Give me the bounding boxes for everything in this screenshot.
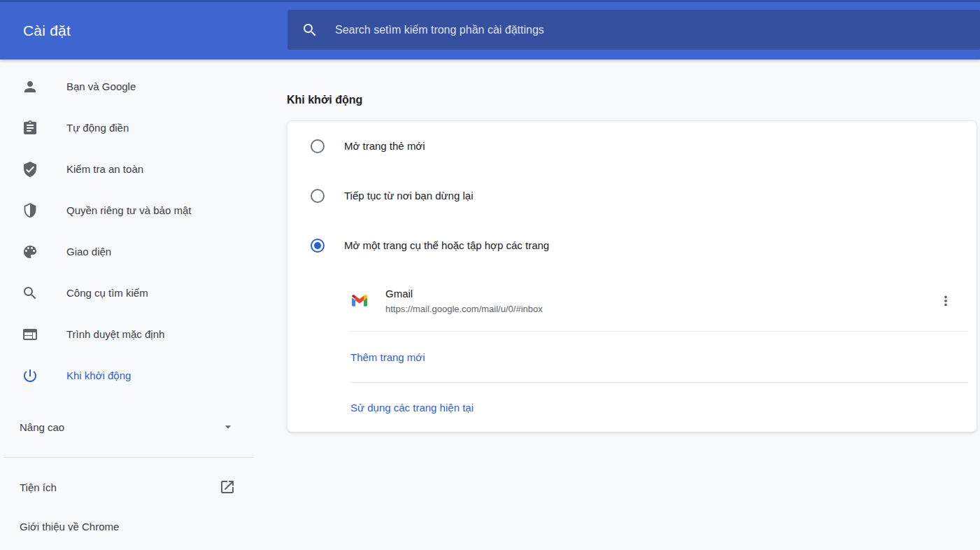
palette-icon: [22, 244, 38, 260]
power-icon: [22, 367, 38, 384]
add-new-page-link[interactable]: Thêm trang mới: [350, 351, 425, 363]
sidebar-item-safety-check[interactable]: Kiểm tra an toàn: [0, 148, 287, 190]
search-icon: [301, 22, 318, 38]
search-icon: [22, 285, 38, 302]
privacy-shield-icon: [22, 202, 38, 219]
settings-main: Khi khởi động Mở trang thẻ mới Tiếp tục …: [287, 59, 980, 550]
person-icon: [22, 78, 38, 95]
sidebar-divider: [3, 457, 254, 458]
on-startup-card: Mở trang thẻ mới Tiếp tục từ nơi bạn dừn…: [287, 120, 977, 432]
sidebar-item-autofill[interactable]: Tự động điền: [0, 107, 287, 148]
more-actions-button[interactable]: [935, 290, 957, 312]
sidebar-item-label: Công cụ tìm kiếm: [66, 287, 148, 299]
advanced-label: Nâng cao: [20, 421, 64, 433]
sidebar-item-about-chrome[interactable]: Giới thiệu về Chrome: [0, 507, 287, 546]
use-current-pages-link[interactable]: Sử dụng các trang hiện tại: [350, 402, 474, 414]
startup-page-info: Gmail https://mail.google.com/mail/u/0/#…: [385, 288, 543, 314]
radio-button[interactable]: [311, 189, 325, 203]
autofill-clipboard-icon: [22, 120, 38, 136]
radio-button-selected[interactable]: [311, 239, 325, 253]
radio-open-new-tab[interactable]: Mở trang thẻ mới: [287, 121, 977, 171]
settings-sidebar: Bạn và Google Tự động điền Kiểm tra an t…: [0, 59, 287, 550]
browser-window-icon: [22, 326, 38, 343]
radio-label: Mở trang thẻ mới: [344, 140, 425, 152]
about-label: Giới thiệu về Chrome: [20, 521, 119, 533]
extensions-label: Tiện ích: [20, 481, 57, 493]
sidebar-item-label: Bạn và Google: [66, 80, 136, 92]
startup-page-row: Gmail https://mail.google.com/mail/u/0/#…: [287, 270, 977, 331]
section-title: Khi khởi động: [287, 94, 980, 106]
startup-page-url: https://mail.google.com/mail/u/0/#inbox: [385, 304, 543, 314]
sidebar-item-default-browser[interactable]: Trình duyệt mặc định: [0, 313, 287, 355]
page-title: Cài đặt: [23, 22, 71, 39]
sidebar-item-privacy[interactable]: Quyền riêng tư và bảo mật: [0, 190, 287, 231]
radio-label: Mở một trang cụ thể hoặc tập hợp các tra…: [344, 239, 549, 251]
open-in-new-icon: [219, 479, 236, 495]
radio-button[interactable]: [311, 139, 325, 153]
radio-continue-where-left-off[interactable]: Tiếp tục từ nơi bạn dừng lại: [287, 171, 977, 220]
sidebar-item-search-engine[interactable]: Công cụ tìm kiếm: [0, 272, 287, 313]
sidebar-item-on-startup[interactable]: Khi khởi động: [0, 355, 287, 396]
use-current-pages-row: Sử dụng các trang hiện tại: [287, 383, 977, 432]
sidebar-item-label: Quyền riêng tư và bảo mật: [66, 204, 191, 216]
more-vert-icon: [938, 293, 953, 309]
startup-page-name: Gmail: [385, 288, 543, 299]
sidebar-item-label: Khi khởi động: [66, 369, 131, 381]
search-input[interactable]: [335, 10, 980, 50]
radio-label: Tiếp tục từ nơi bạn dừng lại: [344, 190, 473, 202]
sidebar-item-label: Kiểm tra an toàn: [66, 163, 143, 175]
gmail-icon: [352, 295, 367, 306]
sidebar-item-extensions[interactable]: Tiện ích: [0, 467, 287, 507]
settings-search-box[interactable]: [287, 10, 980, 50]
settings-header: Cài đặt: [0, 0, 980, 59]
sidebar-item-label: Giao diện: [66, 246, 111, 258]
add-page-row: Thêm trang mới: [287, 332, 977, 382]
sidebar-item-label: Trình duyệt mặc định: [66, 328, 164, 340]
chevron-down-icon: [221, 420, 235, 434]
radio-open-specific-pages[interactable]: Mở một trang cụ thể hoặc tập hợp các tra…: [287, 220, 977, 270]
sidebar-item-label: Tự động điền: [66, 122, 129, 134]
sidebar-item-appearance[interactable]: Giao diện: [0, 231, 287, 272]
safety-check-shield-icon: [22, 161, 38, 178]
sidebar-item-you-and-google[interactable]: Bạn và Google: [0, 66, 287, 107]
sidebar-advanced-toggle[interactable]: Nâng cao: [0, 400, 287, 454]
